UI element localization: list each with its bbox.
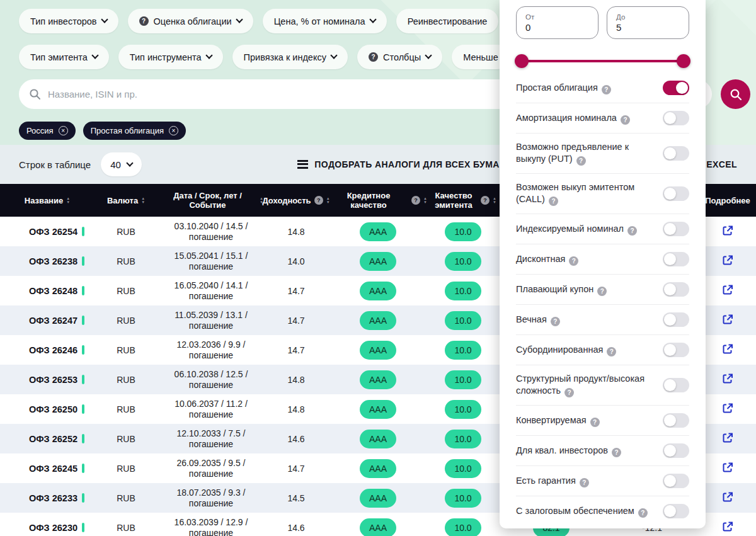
find-analogs-button[interactable]: ПОДОБРАТЬ АНАЛОГИ ДЛЯ ВСЕХ БУМАГ: [297, 159, 505, 169]
bond-name[interactable]: ОФЗ 26245: [29, 464, 77, 474]
external-link-icon[interactable]: [721, 283, 734, 296]
toggle-switch[interactable]: [663, 443, 689, 458]
toggle-switch[interactable]: [663, 312, 689, 327]
date-term-event-value: 12.03.2036 / 9.9 / погашение: [177, 339, 246, 360]
help-icon: ?: [411, 196, 420, 205]
list-icon: [297, 160, 308, 169]
details-cell: [699, 483, 756, 513]
toggle-switch[interactable]: [663, 378, 689, 392]
range-slider[interactable]: [516, 54, 689, 68]
external-link-icon[interactable]: [721, 431, 734, 444]
issuer-quality-cell: 10.0: [428, 276, 498, 305]
search-icon: [730, 88, 742, 101]
column-header[interactable]: Название▲▼: [0, 184, 94, 217]
external-link-icon[interactable]: [721, 254, 734, 266]
bond-name[interactable]: ОФЗ 26233: [29, 493, 77, 503]
bond-name[interactable]: ОФЗ 26252: [29, 434, 77, 444]
external-link-icon[interactable]: [721, 520, 734, 533]
bond-name[interactable]: ОФЗ 26250: [29, 404, 77, 414]
external-link-icon[interactable]: [721, 224, 734, 237]
filter-button[interactable]: Привязка к индексу: [232, 45, 348, 69]
yield-cell: 14.8: [265, 217, 328, 246]
slider-handle-max[interactable]: [677, 54, 690, 68]
issuer-quality-cell: 10.0: [428, 513, 498, 536]
bond-name[interactable]: ОФЗ 26254: [29, 227, 77, 237]
bond-name-cell: ОФЗ 26253: [0, 365, 94, 394]
toggle-label-text: Есть гарантия: [516, 476, 576, 486]
toggle-label: Конвертируемая?: [516, 414, 656, 427]
range-to-field[interactable]: До 5: [607, 6, 689, 39]
bond-name[interactable]: ОФЗ 26247: [29, 316, 77, 326]
column-header[interactable]: Кредитное качество?▲▼: [328, 184, 428, 217]
bond-name[interactable]: ОФЗ 26238: [29, 256, 77, 266]
toggle-label: С залоговым обеспечением?: [516, 505, 656, 518]
filter-button[interactable]: Тип инвесторов: [19, 9, 118, 33]
column-header[interactable]: Качество эмитента?▲▼: [428, 184, 498, 217]
external-link-icon[interactable]: [721, 491, 734, 503]
toggle-label: Возможно предъявление к выкупу (PUT)?: [516, 141, 656, 166]
help-icon: ?: [564, 388, 574, 397]
filter-chip[interactable]: Россия×: [19, 122, 76, 140]
currency-value: RUB: [117, 464, 135, 474]
help-icon: ?: [314, 196, 323, 205]
toggle-switch[interactable]: [663, 81, 689, 95]
details-cell: [699, 424, 756, 453]
toggle-knob: [664, 112, 676, 124]
filter-button[interactable]: ?Столбцы: [357, 45, 442, 69]
rows-per-page-select[interactable]: 40: [101, 152, 142, 176]
issuer-quality-cell: 10.0: [428, 365, 498, 394]
toggle-switch[interactable]: [663, 504, 689, 518]
details-cell: [699, 305, 756, 335]
credit-quality-badge: AAA: [360, 282, 396, 300]
bond-name-cell: ОФЗ 26248: [0, 276, 94, 305]
issuer-quality-cell: 10.0: [428, 335, 498, 365]
filter-button[interactable]: ?Оценка облигации: [128, 9, 253, 33]
toggle-switch[interactable]: [663, 252, 689, 266]
filter-chip[interactable]: Простая облигация×: [83, 122, 186, 140]
credit-quality-badge: AAA: [360, 341, 396, 360]
range-from-field[interactable]: От 0: [516, 6, 598, 39]
external-link-icon[interactable]: [721, 402, 734, 414]
credit-quality-badge: AAA: [360, 459, 396, 478]
bond-indicator-icon: [82, 404, 84, 414]
filter-button[interactable]: Тип инструмента: [118, 45, 223, 69]
issuer-quality-badge: 10.0: [445, 252, 481, 271]
external-link-icon[interactable]: [721, 372, 734, 385]
remove-chip-icon[interactable]: ×: [59, 126, 68, 135]
filter-button[interactable]: Тип эмитента: [19, 45, 109, 69]
date-term-event-value: 12.10.2033 / 7.5 / погашение: [177, 428, 246, 449]
yield-cell: 14.6: [265, 513, 328, 536]
issuer-quality-badge: 10.0: [445, 341, 481, 360]
toggle-switch[interactable]: [663, 413, 689, 428]
slider-handle-min[interactable]: [515, 54, 529, 68]
bond-name-cell: ОФЗ 26250: [0, 394, 94, 424]
search-button[interactable]: [721, 79, 750, 109]
column-header[interactable]: Валюта▲▼: [94, 184, 158, 217]
external-link-icon[interactable]: [721, 461, 734, 474]
bond-name[interactable]: ОФЗ 26253: [29, 375, 77, 385]
toggle-switch[interactable]: [663, 186, 689, 201]
toggle-switch[interactable]: [663, 111, 689, 125]
filter-button[interactable]: Реинвестирование: [396, 9, 499, 33]
external-link-icon[interactable]: [721, 313, 734, 326]
toggle-switch[interactable]: [663, 343, 689, 357]
column-header[interactable]: Дата / Срок, лет / Событие▲▼: [158, 184, 265, 217]
filter-button[interactable]: Цена, % от номинала: [263, 9, 387, 33]
bond-name[interactable]: ОФЗ 26230: [29, 523, 77, 533]
issuer-quality-cell: 10.0: [428, 305, 498, 335]
toggle-knob: [664, 344, 676, 356]
date-term-event-value: 16.03.2039 / 12.9 / погашение: [175, 517, 248, 536]
remove-chip-icon[interactable]: ×: [169, 126, 178, 135]
column-header[interactable]: Доходность?▲▼: [265, 184, 328, 217]
toggle-switch[interactable]: [663, 474, 689, 488]
date-term-event-cell: 16.03.2039 / 12.9 / погашение: [158, 513, 265, 536]
external-link-icon[interactable]: [721, 343, 734, 355]
toggle-switch[interactable]: [663, 146, 689, 161]
bond-name[interactable]: ОФЗ 26248: [29, 286, 77, 296]
toggle-switch[interactable]: [663, 222, 689, 236]
toggle-label-text: Конвертируемая: [516, 415, 587, 425]
filter-button-label: Столбцы: [383, 52, 421, 62]
bond-name[interactable]: ОФЗ 26246: [29, 345, 77, 355]
toggle-switch[interactable]: [663, 282, 689, 297]
bond-indicator-icon: [82, 316, 84, 325]
